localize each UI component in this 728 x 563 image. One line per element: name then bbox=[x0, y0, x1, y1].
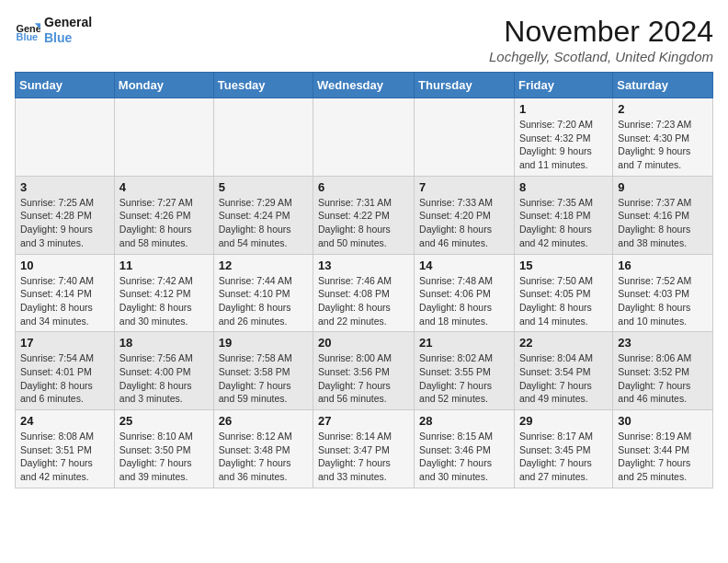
calendar-cell: 3Sunrise: 7:25 AMSunset: 4:28 PMDaylight… bbox=[16, 176, 115, 254]
calendar-cell bbox=[313, 98, 415, 177]
day-header-monday: Monday bbox=[114, 73, 213, 98]
day-number: 19 bbox=[219, 336, 308, 350]
page-header: General Blue General Blue November 2024 … bbox=[15, 15, 713, 64]
day-detail: Sunrise: 7:52 AMSunset: 4:03 PMDaylight:… bbox=[618, 274, 708, 328]
day-header-saturday: Saturday bbox=[613, 73, 713, 98]
day-header-tuesday: Tuesday bbox=[213, 73, 313, 98]
title-area: November 2024 Lochgelly, Scotland, Unite… bbox=[489, 15, 713, 64]
day-number: 24 bbox=[20, 414, 109, 428]
calendar-cell: 23Sunrise: 8:06 AMSunset: 3:52 PMDayligh… bbox=[613, 332, 713, 410]
day-header-sunday: Sunday bbox=[16, 73, 115, 98]
calendar-cell: 6Sunrise: 7:31 AMSunset: 4:22 PMDaylight… bbox=[313, 176, 415, 254]
day-detail: Sunrise: 7:27 AMSunset: 4:26 PMDaylight:… bbox=[119, 196, 209, 250]
day-number: 16 bbox=[618, 259, 708, 272]
calendar-cell bbox=[16, 98, 115, 177]
month-title: November 2024 bbox=[489, 15, 713, 49]
calendar-cell: 13Sunrise: 7:46 AMSunset: 4:08 PMDayligh… bbox=[313, 254, 415, 332]
calendar-cell: 4Sunrise: 7:27 AMSunset: 4:26 PMDaylight… bbox=[114, 176, 213, 254]
calendar-header-row: SundayMondayTuesdayWednesdayThursdayFrid… bbox=[16, 73, 713, 98]
day-number: 2 bbox=[618, 102, 708, 116]
day-detail: Sunrise: 8:14 AMSunset: 3:47 PMDaylight:… bbox=[318, 430, 409, 484]
calendar-table: SundayMondayTuesdayWednesdayThursdayFrid… bbox=[15, 72, 713, 488]
week-row-3: 10Sunrise: 7:40 AMSunset: 4:14 PMDayligh… bbox=[16, 254, 713, 332]
day-detail: Sunrise: 7:35 AMSunset: 4:18 PMDaylight:… bbox=[519, 196, 608, 250]
day-number: 13 bbox=[318, 259, 409, 272]
location: Lochgelly, Scotland, United Kingdom bbox=[489, 49, 713, 64]
calendar-cell: 28Sunrise: 8:15 AMSunset: 3:46 PMDayligh… bbox=[415, 410, 515, 488]
day-detail: Sunrise: 7:37 AMSunset: 4:16 PMDaylight:… bbox=[618, 196, 708, 250]
calendar-cell: 8Sunrise: 7:35 AMSunset: 4:18 PMDaylight… bbox=[514, 176, 612, 254]
day-number: 5 bbox=[219, 180, 308, 194]
calendar-cell: 25Sunrise: 8:10 AMSunset: 3:50 PMDayligh… bbox=[114, 410, 213, 488]
calendar-cell: 9Sunrise: 7:37 AMSunset: 4:16 PMDaylight… bbox=[613, 176, 713, 254]
day-detail: Sunrise: 8:15 AMSunset: 3:46 PMDaylight:… bbox=[419, 430, 509, 484]
week-row-1: 1Sunrise: 7:20 AMSunset: 4:32 PMDaylight… bbox=[16, 98, 713, 177]
day-number: 4 bbox=[119, 180, 209, 194]
calendar-cell: 30Sunrise: 8:19 AMSunset: 3:44 PMDayligh… bbox=[613, 410, 713, 488]
calendar-cell: 11Sunrise: 7:42 AMSunset: 4:12 PMDayligh… bbox=[114, 254, 213, 332]
calendar-cell: 10Sunrise: 7:40 AMSunset: 4:14 PMDayligh… bbox=[16, 254, 115, 332]
day-detail: Sunrise: 8:04 AMSunset: 3:54 PMDaylight:… bbox=[519, 351, 608, 406]
calendar-cell: 24Sunrise: 8:08 AMSunset: 3:51 PMDayligh… bbox=[16, 410, 115, 488]
calendar-cell: 22Sunrise: 8:04 AMSunset: 3:54 PMDayligh… bbox=[514, 332, 612, 410]
day-number: 26 bbox=[219, 414, 308, 428]
day-detail: Sunrise: 8:02 AMSunset: 3:55 PMDaylight:… bbox=[419, 351, 509, 406]
day-number: 6 bbox=[318, 180, 409, 194]
day-number: 3 bbox=[20, 180, 109, 194]
day-number: 27 bbox=[318, 414, 409, 428]
day-detail: Sunrise: 7:23 AMSunset: 4:30 PMDaylight:… bbox=[618, 118, 708, 172]
calendar-cell: 2Sunrise: 7:23 AMSunset: 4:30 PMDaylight… bbox=[613, 98, 713, 177]
week-row-2: 3Sunrise: 7:25 AMSunset: 4:28 PMDaylight… bbox=[16, 176, 713, 254]
day-detail: Sunrise: 7:48 AMSunset: 4:06 PMDaylight:… bbox=[419, 274, 509, 328]
week-row-4: 17Sunrise: 7:54 AMSunset: 4:01 PMDayligh… bbox=[16, 332, 713, 410]
logo: General Blue General Blue bbox=[15, 15, 92, 46]
day-detail: Sunrise: 7:29 AMSunset: 4:24 PMDaylight:… bbox=[219, 196, 308, 250]
day-detail: Sunrise: 7:31 AMSunset: 4:22 PMDaylight:… bbox=[318, 196, 409, 250]
day-detail: Sunrise: 7:58 AMSunset: 3:58 PMDaylight:… bbox=[219, 351, 308, 406]
day-detail: Sunrise: 7:46 AMSunset: 4:08 PMDaylight:… bbox=[318, 274, 409, 328]
logo-line2: Blue bbox=[44, 30, 92, 46]
calendar-cell bbox=[415, 98, 515, 177]
calendar-cell bbox=[114, 98, 213, 177]
day-number: 8 bbox=[519, 180, 608, 194]
calendar-cell: 18Sunrise: 7:56 AMSunset: 4:00 PMDayligh… bbox=[114, 332, 213, 410]
week-row-5: 24Sunrise: 8:08 AMSunset: 3:51 PMDayligh… bbox=[16, 410, 713, 488]
day-number: 28 bbox=[419, 414, 509, 428]
calendar-cell: 27Sunrise: 8:14 AMSunset: 3:47 PMDayligh… bbox=[313, 410, 415, 488]
day-number: 9 bbox=[618, 180, 708, 194]
calendar-cell: 26Sunrise: 8:12 AMSunset: 3:48 PMDayligh… bbox=[213, 410, 313, 488]
day-number: 25 bbox=[119, 414, 209, 428]
calendar-cell: 15Sunrise: 7:50 AMSunset: 4:05 PMDayligh… bbox=[514, 254, 612, 332]
calendar-cell: 5Sunrise: 7:29 AMSunset: 4:24 PMDaylight… bbox=[213, 176, 313, 254]
day-detail: Sunrise: 7:25 AMSunset: 4:28 PMDaylight:… bbox=[20, 196, 109, 250]
day-number: 18 bbox=[119, 336, 209, 350]
day-number: 20 bbox=[318, 336, 409, 350]
day-number: 15 bbox=[519, 259, 608, 272]
day-number: 7 bbox=[419, 180, 509, 194]
calendar-cell: 16Sunrise: 7:52 AMSunset: 4:03 PMDayligh… bbox=[613, 254, 713, 332]
day-number: 17 bbox=[20, 336, 109, 350]
logo-icon: General Blue bbox=[15, 17, 40, 43]
day-number: 21 bbox=[419, 336, 509, 350]
day-detail: Sunrise: 7:33 AMSunset: 4:20 PMDaylight:… bbox=[419, 196, 509, 250]
day-detail: Sunrise: 7:50 AMSunset: 4:05 PMDaylight:… bbox=[519, 274, 608, 328]
day-detail: Sunrise: 8:17 AMSunset: 3:45 PMDaylight:… bbox=[519, 430, 608, 484]
calendar-cell: 21Sunrise: 8:02 AMSunset: 3:55 PMDayligh… bbox=[415, 332, 515, 410]
calendar-cell: 7Sunrise: 7:33 AMSunset: 4:20 PMDaylight… bbox=[415, 176, 515, 254]
calendar-cell: 12Sunrise: 7:44 AMSunset: 4:10 PMDayligh… bbox=[213, 254, 313, 332]
day-detail: Sunrise: 8:10 AMSunset: 3:50 PMDaylight:… bbox=[119, 430, 209, 484]
day-number: 23 bbox=[618, 336, 708, 350]
day-header-thursday: Thursday bbox=[415, 73, 515, 98]
calendar-cell: 20Sunrise: 8:00 AMSunset: 3:56 PMDayligh… bbox=[313, 332, 415, 410]
day-detail: Sunrise: 8:00 AMSunset: 3:56 PMDaylight:… bbox=[318, 351, 409, 406]
day-detail: Sunrise: 7:54 AMSunset: 4:01 PMDaylight:… bbox=[20, 351, 109, 406]
day-detail: Sunrise: 7:20 AMSunset: 4:32 PMDaylight:… bbox=[519, 118, 608, 172]
day-number: 10 bbox=[20, 259, 109, 272]
day-detail: Sunrise: 7:56 AMSunset: 4:00 PMDaylight:… bbox=[119, 351, 209, 406]
day-number: 1 bbox=[519, 102, 608, 116]
logo-line1: General bbox=[44, 15, 92, 30]
day-detail: Sunrise: 8:19 AMSunset: 3:44 PMDaylight:… bbox=[618, 430, 708, 484]
day-detail: Sunrise: 7:40 AMSunset: 4:14 PMDaylight:… bbox=[20, 274, 109, 328]
day-number: 11 bbox=[119, 259, 209, 272]
calendar-cell: 29Sunrise: 8:17 AMSunset: 3:45 PMDayligh… bbox=[514, 410, 612, 488]
